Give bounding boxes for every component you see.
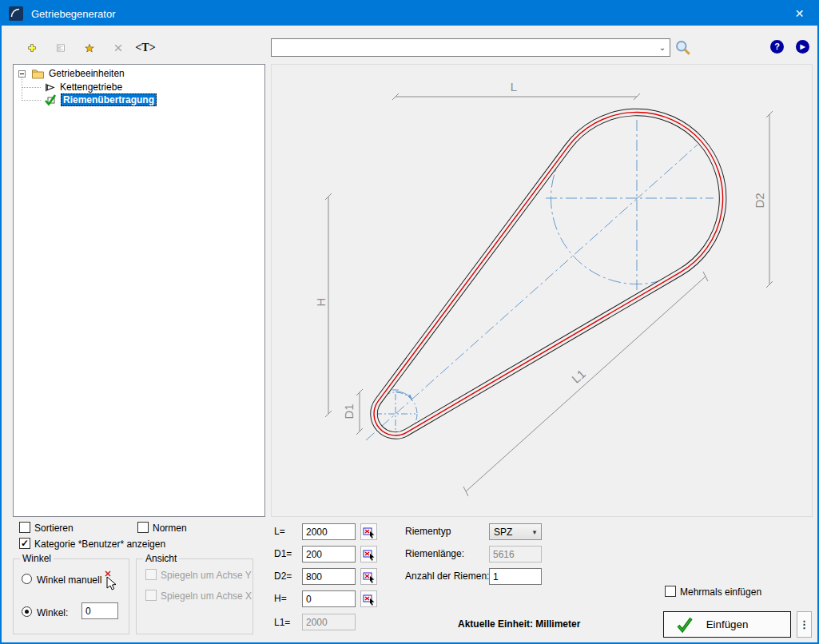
param-D2-label: D2=	[274, 570, 292, 582]
search-combobox[interactable]: ⌄	[271, 38, 670, 57]
dimension-label-L: L	[511, 80, 517, 93]
pick-from-drawing-icon	[363, 570, 376, 583]
riementyp-dropdown[interactable]: SPZ ▾	[489, 523, 542, 540]
pick-from-drawing-icon	[363, 548, 376, 561]
pick-from-drawing-icon	[363, 593, 376, 606]
riemenlaenge-label: Riemenlänge:	[405, 548, 464, 559]
dimension-L1	[463, 272, 708, 496]
window-title: Getriebegenerator	[31, 8, 116, 20]
chevron-down-icon: ▾	[528, 528, 541, 536]
next-button[interactable]: ▶	[796, 40, 809, 54]
add-button[interactable]	[22, 38, 42, 58]
winkel-radio[interactable]	[22, 606, 32, 617]
star-icon	[85, 41, 94, 56]
winkel-manuell-label: Winkel manuell	[37, 574, 101, 586]
einfuegen-button[interactable]: Einfügen	[663, 611, 791, 638]
more-options-button[interactable]: ⋮	[797, 611, 812, 638]
dimension-label-D2: D2	[753, 193, 766, 208]
dimension-D2	[766, 111, 773, 288]
param-D1-label: D1=	[274, 548, 292, 559]
spiegeln-x-label: Spiegeln um Achse X	[161, 590, 252, 602]
ansicht-group-title: Ansicht	[143, 553, 179, 564]
winkel-label: Winkel:	[37, 607, 68, 618]
kategorie-label: Kategorie *Benutzer* anzeigen	[34, 539, 165, 550]
delete-button[interactable]	[109, 38, 128, 58]
tree-item-kettengetriebe[interactable]: Kettengetriebe	[44, 81, 122, 93]
param-L-label: L=	[274, 526, 285, 537]
favorite-button[interactable]	[80, 38, 99, 58]
pick-from-drawing-icon	[363, 526, 376, 539]
winkel-input[interactable]	[82, 602, 118, 619]
help-button[interactable]: ?	[770, 40, 784, 54]
belt-drive-drawing: L D2 H D1	[272, 65, 813, 518]
spiegeln-y-label: Spiegeln um Achse Y	[161, 570, 252, 581]
dimension-label-H: H	[314, 298, 328, 307]
kategorie-checkbox[interactable]: ✓	[19, 538, 30, 549]
check-icon	[675, 615, 694, 634]
tree-connector	[22, 100, 41, 101]
winkel-group: Winkel	[13, 559, 129, 634]
normen-checkbox[interactable]	[137, 522, 149, 533]
spiegeln-y-checkbox	[145, 569, 157, 580]
param-L-input[interactable]	[302, 523, 356, 540]
anzahl-riemen-input[interactable]	[489, 568, 542, 585]
search-input[interactable]	[274, 40, 655, 55]
dimension-L	[392, 93, 640, 100]
mehrmals-label: Mehrmals einfügen	[680, 586, 761, 598]
tree-connector	[22, 87, 41, 88]
mehrmals-checkbox[interactable]	[665, 586, 676, 597]
param-D2-pick-button[interactable]	[360, 568, 377, 585]
param-D1-pick-button[interactable]	[360, 546, 377, 563]
tree-item-riemenuebertragung[interactable]: Riemenübertragung	[44, 93, 157, 106]
riementyp-value: SPZ	[490, 527, 528, 538]
param-L-pick-button[interactable]	[360, 523, 377, 540]
anzahl-riemen-label: Anzahl der Riemen:	[405, 570, 489, 582]
riemenlaenge-input	[489, 546, 542, 563]
param-H-label: H=	[274, 593, 287, 604]
riementyp-label: Riementyp	[405, 526, 451, 537]
param-L1-input	[302, 614, 356, 630]
param-H-pick-button[interactable]	[360, 590, 377, 607]
einfuegen-label: Einfügen	[706, 618, 749, 630]
app-icon	[9, 6, 23, 21]
text-placeholder-button[interactable]: <T>	[136, 38, 155, 58]
tree-expander-icon[interactable]	[18, 70, 26, 78]
param-D1-input[interactable]	[302, 546, 356, 563]
titlebar: Getriebegenerator ✕	[2, 2, 817, 26]
normen-label: Normen	[153, 523, 187, 534]
search-icon[interactable]	[674, 38, 692, 57]
category-tree: Getriebeeinheiten Kettengetriebe Riemenü…	[13, 64, 265, 517]
preview-canvas[interactable]: L D2 H D1	[271, 64, 813, 517]
unit-text: Aktuelle Einheit: Millimeter	[458, 618, 580, 630]
add-icon	[27, 41, 37, 55]
sortieren-label: Sortieren	[34, 523, 74, 534]
gear-generator-dialog: Getriebegenerator ✕ <T> ⌄	[0, 0, 819, 644]
param-L1-label: L1=	[274, 617, 290, 628]
close-button[interactable]: ✕	[781, 2, 817, 26]
sortieren-checkbox[interactable]	[19, 522, 30, 533]
chain-drive-icon	[44, 81, 56, 93]
text-placeholder-icon: <T>	[135, 42, 155, 54]
dimension-D1	[356, 389, 363, 435]
tree-item-label[interactable]: Kettengetriebe	[60, 81, 122, 93]
delete-icon	[113, 41, 123, 55]
folder-icon	[31, 68, 45, 79]
spiegeln-x-checkbox	[145, 590, 157, 601]
tree-item-getriebeeinheiten[interactable]: Getriebeeinheiten	[18, 67, 125, 80]
winkel-manuell-radio[interactable]	[22, 574, 32, 584]
winkel-group-title: Winkel	[20, 553, 54, 564]
param-H-input[interactable]	[302, 590, 356, 607]
form-icon	[56, 41, 66, 55]
chevron-down-icon[interactable]: ⌄	[655, 43, 670, 52]
form-button[interactable]	[51, 38, 70, 58]
tree-connector	[22, 77, 22, 101]
dimension-label-D1: D1	[342, 403, 356, 419]
param-D2-input[interactable]	[302, 568, 356, 585]
tree-item-label[interactable]: Getriebeeinheiten	[49, 68, 125, 79]
tree-item-label-selected[interactable]: Riemenübertragung	[61, 93, 157, 106]
dimension-label-L1: L1	[569, 367, 588, 386]
belt-drive-checked-icon	[44, 93, 57, 106]
